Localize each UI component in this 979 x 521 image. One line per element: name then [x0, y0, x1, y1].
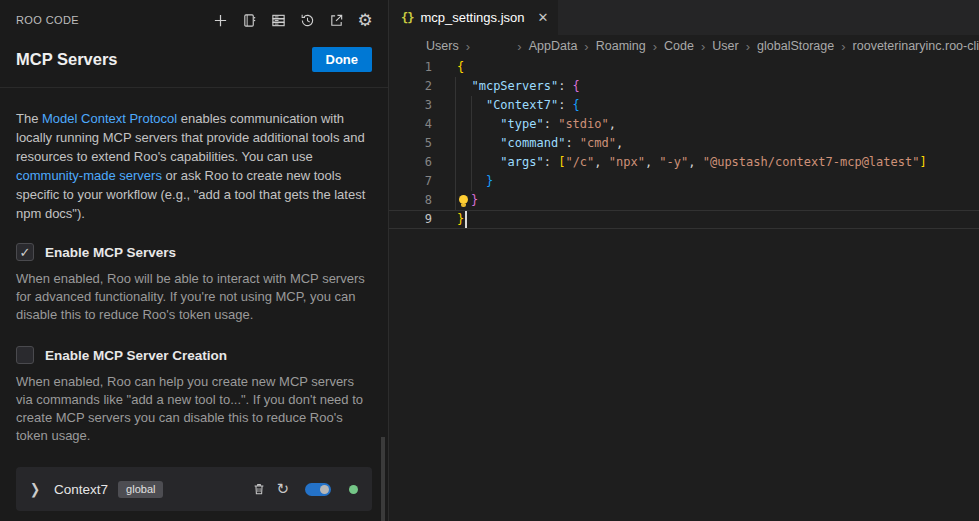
settings-gear-icon[interactable]: ⚙ [354, 9, 376, 31]
add-icon[interactable] [209, 9, 231, 31]
toggle-knob [320, 485, 329, 494]
chevron-right-icon[interactable]: ❯ [30, 481, 40, 498]
token: : [544, 115, 558, 134]
done-button[interactable]: Done [312, 47, 373, 72]
token: { [573, 77, 580, 96]
breadcrumb-item[interactable]: Users [426, 39, 459, 53]
mcp-servers-icon[interactable] [267, 9, 289, 31]
page-title: MCP Servers [16, 50, 118, 69]
line-number: 5 [389, 134, 432, 153]
restart-server-icon[interactable]: ↻ [276, 480, 289, 498]
code-line[interactable]: 2 "mcpServers": { [389, 77, 979, 96]
enable-mcp-creation-checkbox[interactable] [16, 346, 34, 364]
breadcrumb-item[interactable]: rooveterinaryinc.roo-cli [853, 39, 979, 53]
token: "mcpServers" [471, 77, 558, 96]
token [457, 172, 486, 191]
token: } [457, 210, 464, 229]
text-cursor [465, 211, 467, 228]
enable-mcp-creation-description: When enabled, Roo can help you create ne… [16, 373, 366, 445]
code-line[interactable]: 7 } [389, 172, 979, 191]
intro-pre: The [16, 111, 42, 126]
server-enabled-toggle[interactable] [305, 483, 331, 496]
breadcrumb-separator: › [746, 39, 750, 54]
line-number: 8 [389, 191, 432, 210]
enable-mcp-servers-checkbox[interactable]: ✓ [16, 243, 34, 261]
history-icon[interactable] [296, 9, 318, 31]
token: "stdio" [558, 115, 609, 134]
token: "type" [500, 115, 543, 134]
breadcrumb-item[interactable]: User [712, 39, 738, 53]
server-name: Context7 [54, 482, 108, 497]
open-in-editor-icon[interactable] [325, 9, 347, 31]
mcp-intro-text: The Model Context Protocol enables commu… [16, 109, 372, 223]
breadcrumb-separator: › [653, 39, 657, 54]
breadcrumb-separator: › [701, 39, 705, 54]
token: ] [919, 153, 926, 172]
token: "cmd" [580, 134, 616, 153]
breadcrumb-item[interactable]: Code [664, 39, 694, 53]
delete-server-icon[interactable] [252, 482, 266, 496]
token [457, 96, 486, 115]
line-content: { [457, 58, 464, 77]
token: "Context7" [486, 96, 558, 115]
line-content: "Context7": { [457, 96, 580, 115]
lightbulb-icon[interactable] [457, 194, 470, 208]
breadcrumb-item[interactable]: globalStorage [757, 39, 834, 53]
code-lines: 1{2 "mcpServers": {3 "Context7": {4 "typ… [389, 58, 979, 229]
code-line[interactable]: 5 "command": "cmd", [389, 134, 979, 153]
token: "@upstash/context7-mcp@latest" [703, 153, 920, 172]
token: : [565, 134, 579, 153]
token: "npx" [609, 153, 645, 172]
panel-header-icons: ⚙ [209, 9, 376, 31]
panel-header: ROO CODE [0, 0, 388, 31]
enable-mcp-creation-label: Enable MCP Server Creation [45, 348, 227, 363]
line-number: 2 [389, 77, 432, 96]
token: "-y" [659, 153, 688, 172]
token: } [486, 172, 493, 191]
code-line[interactable]: 4 "type": "stdio", [389, 115, 979, 134]
line-content: "type": "stdio", [457, 115, 616, 134]
code-line[interactable]: 9} [389, 210, 979, 229]
enable-mcp-servers-description: When enabled, Roo will be able to intera… [16, 270, 366, 324]
breadcrumb-separator: › [466, 39, 470, 54]
editor-group: {} mcp_settings.json ✕ Users››AppData›Ro… [389, 0, 979, 521]
server-status-dot [349, 485, 358, 494]
token: : [544, 153, 558, 172]
line-content: "command": "cmd", [457, 134, 623, 153]
code-line[interactable]: 6 "args": ["/c", "npx", "-y", "@upstash/… [389, 153, 979, 172]
page-header: MCP Servers Done [0, 31, 388, 88]
token: "command" [500, 134, 565, 153]
code-line[interactable]: 3 "Context7": { [389, 96, 979, 115]
token [457, 77, 471, 96]
scope-badge: global [118, 481, 163, 498]
server-row-context7[interactable]: ❯ Context7 global ↻ [16, 467, 372, 511]
roo-mcp-panel: ROO CODE [0, 0, 389, 521]
line-number: 3 [389, 96, 432, 115]
token [457, 115, 500, 134]
breadcrumb-item[interactable]: Roaming [596, 39, 646, 53]
token: "/c" [565, 153, 594, 172]
line-number: 4 [389, 115, 432, 134]
link-model-context-protocol[interactable]: Model Context Protocol [42, 111, 177, 126]
enable-mcp-servers-row: ✓ Enable MCP Servers [16, 243, 372, 261]
breadcrumb-item[interactable]: AppData [529, 39, 578, 53]
code-line[interactable]: 8} [389, 191, 979, 210]
token: : [558, 77, 572, 96]
link-community-made-servers[interactable]: community-made servers [16, 168, 162, 183]
close-tab-icon[interactable]: ✕ [538, 10, 549, 25]
panel-scrollbar[interactable] [381, 437, 385, 521]
prompts-icon[interactable] [238, 9, 260, 31]
token: : [558, 96, 572, 115]
token [457, 153, 500, 172]
breadcrumb: Users››AppData›Roaming›Code›User›globalS… [389, 35, 979, 57]
line-content: } [457, 191, 478, 210]
code-area[interactable]: 1{2 "mcpServers": {3 "Context7": {4 "typ… [389, 57, 979, 521]
token: , [688, 153, 702, 172]
line-number: 9 [389, 210, 432, 229]
token: , [594, 153, 608, 172]
token: [ [558, 153, 565, 172]
panel-body: The Model Context Protocol enables commu… [0, 88, 388, 521]
token [457, 134, 500, 153]
code-line[interactable]: 1{ [389, 58, 979, 77]
tab-mcp-settings[interactable]: {} mcp_settings.json ✕ [389, 0, 558, 35]
